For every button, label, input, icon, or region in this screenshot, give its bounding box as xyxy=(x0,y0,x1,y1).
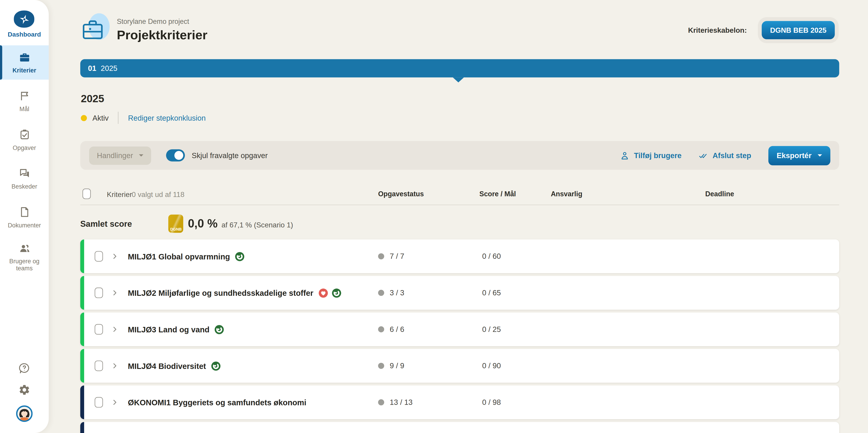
criteria-row[interactable]: MILJØ3 Land og vand 6 / 6 0 / 25 xyxy=(80,312,839,346)
score-value: 0 / 60 xyxy=(482,252,501,261)
score-value: 0 / 90 xyxy=(482,362,501,370)
criteria-title-group: MILJØ2 Miljøfarlige og sundhedsskadelige… xyxy=(128,288,342,298)
total-score-value: 0,0 % xyxy=(188,217,218,230)
criteria-title-group: MILJØ3 Land og vand xyxy=(128,324,224,334)
status-dot-icon xyxy=(378,253,384,260)
active-status-dot-icon xyxy=(81,115,87,121)
toolbar: Handlinger Skjul fravalgte opgaver Tilfø… xyxy=(80,141,839,170)
briefcase-icon xyxy=(19,51,30,63)
task-status: 13 / 13 xyxy=(378,398,413,407)
task-status: 9 / 9 xyxy=(378,362,404,370)
edit-step-conclusion-link[interactable]: Rediger stepkonklusion xyxy=(128,113,206,122)
dgnb-badge-icon: DGNB xyxy=(168,214,184,232)
task-status-value: 7 / 7 xyxy=(390,252,404,261)
criteria-title: MILJØ3 Land og vand xyxy=(128,325,210,334)
column-task-status: Opgavestatus xyxy=(378,190,424,198)
chevron-right-icon[interactable] xyxy=(111,253,119,260)
step-title: 2025 xyxy=(81,93,104,105)
row-checkbox[interactable] xyxy=(95,251,103,262)
sidebar-item-brugere-og-teams[interactable]: Brugere og teams xyxy=(0,239,49,275)
app-logo-icon xyxy=(14,10,35,28)
toggle-knob xyxy=(175,151,184,160)
chevron-right-icon[interactable] xyxy=(111,362,119,369)
chat-icon xyxy=(19,167,30,179)
sidebar: Dashboard Kriterier Mål Opgaver xyxy=(0,0,49,433)
criteria-row[interactable]: MILJØ4 Biodiversitet 9 / 9 0 / 90 xyxy=(80,349,839,382)
step-bar[interactable]: 01 2025 xyxy=(80,59,839,77)
chevron-down-icon xyxy=(817,154,822,157)
step-number: 01 xyxy=(88,64,96,72)
flag-icon xyxy=(19,90,30,102)
criteria-row[interactable] xyxy=(80,422,839,433)
criteria-title-group: MILJØ4 Biodiversitet xyxy=(128,361,221,371)
row-checkbox[interactable] xyxy=(95,361,103,371)
task-status-value: 3 / 3 xyxy=(390,289,404,297)
selected-count: 0 valgt ud af 118 xyxy=(132,190,184,199)
chevron-right-icon[interactable] xyxy=(111,399,119,406)
task-status-value: 9 / 9 xyxy=(390,362,404,370)
export-button[interactable]: Eksportér xyxy=(768,145,831,165)
health-heart-icon xyxy=(318,288,329,298)
sustainability-icon xyxy=(235,251,245,261)
toolbar-right: Tilføj brugere Afslut step Eksportér xyxy=(620,145,831,165)
sustainability-icon xyxy=(214,324,224,334)
sidebar-item-opgaver[interactable]: Opgaver xyxy=(0,123,49,157)
criteria-row[interactable]: MILJØ2 Miljøfarlige og sundhedsskadelige… xyxy=(80,276,839,310)
app-window: Dashboard Kriterier Mål Opgaver xyxy=(0,0,868,433)
criteria-title: MILJØ4 Biodiversitet xyxy=(128,361,206,370)
criteria-row[interactable]: MILJØ1 Global opvarmning 7 / 7 0 / 60 xyxy=(80,239,839,273)
select-all-checkbox[interactable] xyxy=(83,189,91,199)
template-button[interactable]: DGNB BEB 2025 xyxy=(762,21,835,39)
project-name: Storylane Demo project xyxy=(117,18,207,26)
row-checkbox[interactable] xyxy=(95,288,103,298)
sidebar-item-beskeder[interactable]: Beskeder xyxy=(0,162,49,196)
total-score-target: af 67,1 % (Scenario 1) xyxy=(221,221,293,229)
double-check-icon xyxy=(699,151,708,160)
status-dot-icon xyxy=(378,326,384,332)
page-header: Storylane Demo project Projektkriterier … xyxy=(80,13,839,46)
score-value: 0 / 65 xyxy=(482,289,501,297)
clipboard-check-icon xyxy=(19,129,30,141)
row-checkbox[interactable] xyxy=(95,324,103,335)
criteria-badges xyxy=(235,251,245,261)
project-briefcase-icon xyxy=(80,13,114,43)
page-header-texts: Storylane Demo project Projektkriterier xyxy=(117,13,207,43)
column-criteria: Kriterier xyxy=(107,190,132,199)
sidebar-footer xyxy=(16,362,33,433)
toggle-label: Skjul fravalgte opgaver xyxy=(192,151,268,160)
divider xyxy=(118,112,119,124)
users-icon xyxy=(19,242,30,255)
criteria-title-group: ØKONOMI1 Byggeriets og samfundets økonom… xyxy=(128,398,311,407)
sidebar-item-kriterier[interactable]: Kriterier xyxy=(0,45,49,80)
chevron-down-icon xyxy=(139,154,144,157)
sidebar-item-dokumenter[interactable]: Dokumenter xyxy=(0,200,49,234)
criteria-badges xyxy=(214,324,224,334)
hide-deselected-toggle[interactable] xyxy=(166,149,185,162)
total-score-row: Samlet score DGNB 0,0 % af 67,1 % (Scena… xyxy=(80,210,293,236)
criteria-badges xyxy=(211,361,221,371)
settings-gear-icon[interactable] xyxy=(18,384,30,396)
page-header-right: Kriterieskabelon: DGNB BEB 2025 xyxy=(688,21,835,39)
page-header-left: Storylane Demo project Projektkriterier xyxy=(80,13,207,43)
task-status: 3 / 3 xyxy=(378,289,404,297)
sidebar-item-maal[interactable]: Mål xyxy=(0,84,49,119)
criteria-row[interactable]: ØKONOMI1 Byggeriets og samfundets økonom… xyxy=(80,386,839,419)
document-icon xyxy=(19,206,30,218)
chevron-right-icon[interactable] xyxy=(111,326,119,333)
criteria-title-group: MILJØ1 Global opvarmning xyxy=(128,251,245,261)
criteria-badges xyxy=(318,288,342,298)
score-value: 0 / 25 xyxy=(482,325,501,333)
status-dot-icon xyxy=(378,399,384,405)
row-checkbox[interactable] xyxy=(95,397,103,407)
template-label: Kriterieskabelon: xyxy=(688,26,747,34)
actions-button[interactable]: Handlinger xyxy=(89,146,151,164)
score-value: 0 / 98 xyxy=(482,398,501,407)
chevron-right-icon[interactable] xyxy=(111,289,119,296)
finish-step-link[interactable]: Afslut step xyxy=(699,151,751,160)
add-users-link[interactable]: Tilføj brugere xyxy=(620,151,682,160)
avatar[interactable] xyxy=(16,405,33,422)
sustainability-icon xyxy=(211,361,221,371)
sidebar-item-dashboard[interactable]: Dashboard xyxy=(8,10,41,37)
status-dot-icon xyxy=(378,290,384,296)
help-icon[interactable] xyxy=(18,362,30,374)
